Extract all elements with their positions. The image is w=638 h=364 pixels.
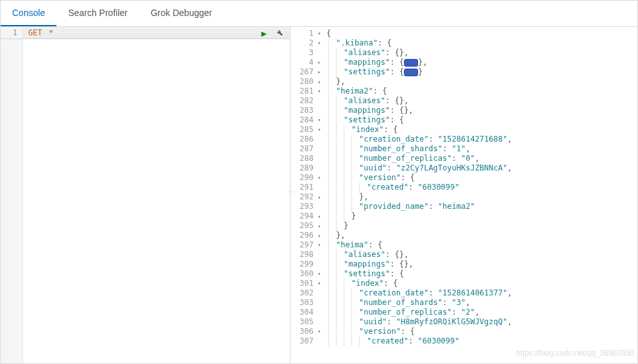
line-number: 289 (290, 163, 316, 173)
code-line: "uuid": "z2Cy7LAgToyuHKsJZBNNcA", (326, 163, 637, 173)
request-line[interactable]: 1 GET * ▶ (1, 27, 290, 39)
code-line: "creation_date": "1528614061377", (326, 288, 637, 298)
fold-toggle-icon[interactable]: ▾ (316, 29, 323, 38)
line-number: 300▾ (290, 269, 316, 279)
tabs-bar: Console Search Profiler Grok Debugger (1, 1, 637, 27)
request-path: * (49, 28, 53, 37)
line-number: 304 (290, 308, 316, 317)
fold-toggle-icon[interactable]: ▾ (316, 125, 323, 135)
collapsed-badge[interactable] (404, 59, 418, 67)
line-number: 286 (290, 135, 316, 144)
code-line: "creation_date": "1528614271688", (326, 135, 637, 144)
code-line: "version": { (326, 173, 637, 183)
code-line: "number_of_shards": "1", (326, 144, 637, 154)
response-code[interactable]: {".kibana": {"aliases": {},"mappings": {… (317, 27, 637, 363)
line-number: 4▸ (290, 58, 316, 67)
line-number: 293 (290, 202, 316, 211)
fold-toggle-icon[interactable]: ▾ (316, 327, 323, 336)
code-line: "created": "6030099" (326, 183, 637, 192)
line-number: 284▾ (290, 115, 316, 125)
code-line: "created": "6030099" (326, 336, 637, 346)
code-line: "version": { (326, 327, 637, 336)
line-number: 282 (290, 96, 316, 106)
code-line: "aliases": {}, (326, 250, 637, 260)
line-number: 287 (290, 144, 316, 154)
code-line: { (326, 29, 637, 38)
line-number: 299 (290, 260, 316, 269)
line-number: 298 (290, 250, 316, 260)
code-line: "settings": {} (326, 67, 637, 77)
line-number: 302 (290, 288, 316, 298)
code-line: }, (326, 192, 637, 202)
fold-toggle-icon[interactable]: ▾ (316, 115, 323, 125)
fold-toggle-icon[interactable]: ▴ (316, 192, 323, 202)
request-gutter (1, 39, 23, 363)
fold-toggle-icon[interactable]: ▴ (316, 211, 323, 221)
fold-toggle-icon[interactable]: ▴ (316, 77, 323, 87)
response-viewer[interactable]: ⋮ 1▾2▾34▸267▸280▴281▾282283284▾285▾28628… (290, 27, 637, 363)
fold-toggle-icon[interactable]: ▾ (316, 38, 323, 48)
line-number: 292▴ (290, 192, 316, 202)
line-number: 306▾ (290, 327, 316, 336)
request-body-area[interactable] (1, 39, 290, 363)
tab-search-profiler[interactable]: Search Profiler (56, 1, 139, 26)
editor-panes: 1 GET * ▶ ⋮ 1▾2▾34▸267▸280▴281▾282283284… (1, 27, 637, 363)
code-line: "aliases": {}, (326, 48, 637, 58)
line-number: 267▸ (290, 67, 316, 77)
code-line: } (326, 221, 637, 231)
code-line: "index": { (326, 279, 637, 288)
code-line: "mappings": {}, (326, 260, 637, 269)
http-method: GET (28, 28, 42, 37)
code-line: "number_of_shards": "3", (326, 298, 637, 308)
line-number: 283 (290, 106, 316, 115)
fold-toggle-icon[interactable]: ▴ (316, 221, 323, 231)
code-line: }, (326, 77, 637, 87)
wrench-icon[interactable] (274, 28, 283, 38)
fold-toggle-icon[interactable]: ▾ (316, 279, 323, 288)
code-line: "number_of_replicas": "0", (326, 154, 637, 163)
line-number: 305 (290, 317, 316, 327)
code-line: "settings": { (326, 115, 637, 125)
code-line: "mappings": {}, (326, 58, 637, 67)
line-number: 301▾ (290, 279, 316, 288)
line-number: 297▾ (290, 240, 316, 250)
fold-toggle-icon[interactable]: ▾ (316, 87, 323, 96)
line-number: 290▾ (290, 173, 316, 183)
line-number: 291 (290, 183, 316, 192)
play-icon[interactable]: ▶ (262, 28, 267, 38)
code-line: "provided_name": "heima2" (326, 202, 637, 211)
line-number: 294▴ (290, 211, 316, 221)
collapsed-badge[interactable] (404, 69, 418, 76)
line-number: 1 (1, 27, 23, 38)
code-line: "settings": { (326, 269, 637, 279)
code-line: "uuid": "H8mRyfzORQiKlG5WJVgzqQ", (326, 317, 637, 327)
line-number: 280▴ (290, 77, 316, 87)
line-number: 1▾ (290, 29, 316, 38)
code-line: "number_of_replicas": "2", (326, 308, 637, 317)
code-line: "index": { (326, 125, 637, 135)
fold-toggle-icon[interactable]: ▾ (316, 269, 323, 279)
line-number: 3 (290, 48, 316, 58)
code-line: "mappings": {}, (326, 106, 637, 115)
code-line: }, (326, 231, 637, 240)
tab-console[interactable]: Console (1, 1, 56, 26)
request-text[interactable]: GET * (23, 28, 290, 37)
fold-toggle-icon[interactable]: ▾ (316, 173, 323, 183)
fold-toggle-icon[interactable]: ▴ (316, 231, 323, 240)
fold-toggle-icon[interactable]: ▾ (316, 240, 323, 250)
code-line: } (326, 211, 637, 221)
line-number: 307 (290, 336, 316, 346)
line-number: 296▴ (290, 231, 316, 240)
line-number: 285▾ (290, 125, 316, 135)
code-line: "heima2": { (326, 87, 637, 96)
response-gutter: 1▾2▾34▸267▸280▴281▾282283284▾285▾2862872… (290, 27, 317, 363)
line-number: 281▾ (290, 87, 316, 96)
fold-toggle-icon[interactable]: ▸ (316, 67, 323, 77)
line-number: 295▴ (290, 221, 316, 231)
tab-grok-debugger[interactable]: Grok Debugger (139, 1, 224, 26)
fold-toggle-icon[interactable]: ▸ (316, 58, 323, 67)
line-number: 2▾ (290, 38, 316, 48)
code-line: "aliases": {}, (326, 96, 637, 106)
request-editor[interactable]: 1 GET * ▶ (1, 27, 290, 363)
line-number: 288 (290, 154, 316, 163)
